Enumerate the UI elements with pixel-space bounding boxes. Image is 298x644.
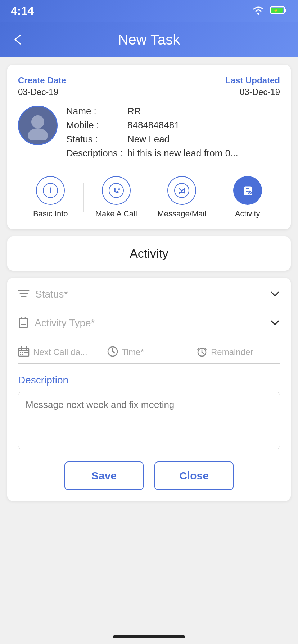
status-icons: ⚡ [252, 5, 287, 16]
remainder-field[interactable]: Remainder [191, 346, 280, 358]
status-label: Status : [66, 134, 127, 145]
make-call-label: Make A Call [95, 209, 137, 218]
activity-label: Activity [235, 209, 260, 218]
home-indicator [113, 635, 185, 638]
last-updated-value: 03-Dec-19 [225, 87, 280, 97]
svg-rect-28 [22, 352, 23, 353]
status-time: 4:14 [11, 4, 34, 18]
main-content: Create Date 03-Dec-19 Last Updated 03-De… [0, 58, 298, 508]
contact-card: Create Date 03-Dec-19 Last Updated 03-De… [7, 65, 291, 229]
make-call-action[interactable]: Make A Call [84, 176, 149, 218]
filter-icon [18, 289, 30, 300]
basic-info-action[interactable]: i Basic Info [18, 176, 83, 218]
svg-rect-31 [20, 354, 21, 355]
name-row: Name : RR [66, 106, 280, 117]
close-button[interactable]: Close [154, 461, 234, 490]
status-field-left: Status* [18, 289, 270, 300]
alarm-icon [197, 346, 207, 358]
activity-type-chevron [270, 317, 280, 329]
create-date-value: 03-Dec-19 [18, 87, 66, 97]
date-time-row: Next Call da... Time* [18, 346, 280, 364]
activity-type-field-left: Activity Type* [18, 316, 270, 330]
last-updated-label: Last Updated [225, 75, 280, 86]
activity-heading-card: Activity [7, 236, 291, 271]
time-placeholder: Time* [122, 347, 144, 357]
create-date-label: Create Date [18, 75, 66, 86]
description-section: Description [18, 374, 280, 461]
avatar [18, 106, 58, 145]
status-placeholder: Status* [35, 289, 68, 300]
svg-line-38 [202, 352, 204, 354]
back-button[interactable] [11, 32, 25, 47]
svg-rect-27 [20, 352, 21, 353]
activity-action[interactable]: Activity [215, 176, 280, 218]
message-mail-icon-circle [167, 176, 196, 205]
svg-text:i: i [49, 185, 52, 195]
next-call-date-field[interactable]: Next Call da... [18, 346, 101, 358]
mobile-label: Mobile : [66, 120, 127, 131]
description-textarea[interactable] [18, 392, 280, 449]
svg-point-9 [109, 183, 123, 198]
descriptions-value: hi this is new lead from 0... [127, 148, 238, 159]
status-row: Status : New Lead [66, 134, 280, 145]
svg-point-6 [28, 128, 48, 140]
activity-type-field[interactable]: Activity Type* [18, 316, 280, 335]
status-bar: 4:14 ⚡ [0, 0, 298, 22]
svg-rect-30 [26, 352, 28, 353]
mobile-value: 8484848481 [127, 120, 180, 131]
wifi-icon [252, 5, 265, 16]
clipboard-icon [18, 316, 29, 330]
status-value: New Lead [127, 134, 170, 145]
remainder-placeholder: Remainder [211, 347, 253, 357]
time-field[interactable]: Time* [101, 346, 191, 358]
page-title: New Task [118, 32, 180, 48]
app-header: New Task [0, 22, 298, 58]
basic-info-icon-circle: i [36, 176, 65, 205]
svg-point-5 [31, 115, 44, 128]
svg-point-0 [257, 13, 259, 15]
status-field[interactable]: Status* [18, 289, 280, 305]
activity-form: Status* Activity Type* [7, 278, 291, 501]
descriptions-label: Descriptions : [66, 148, 127, 159]
svg-line-35 [113, 351, 115, 353]
name-label: Name : [66, 106, 127, 117]
action-icons-row: i Basic Info Make A Call [18, 172, 280, 218]
time-icon [107, 346, 118, 358]
mobile-row: Mobile : 8484848481 [66, 120, 280, 131]
next-call-date-placeholder: Next Call da... [33, 347, 87, 357]
descriptions-row: Descriptions : hi this is new lead from … [66, 148, 280, 159]
save-button[interactable]: Save [64, 461, 144, 490]
last-updated-block: Last Updated 03-Dec-19 [225, 75, 280, 97]
basic-info-label: Basic Info [33, 209, 68, 218]
description-label: Description [18, 374, 280, 386]
message-mail-label: Message/Mail [157, 209, 206, 218]
svg-rect-29 [24, 352, 26, 353]
contact-info-row: Name : RR Mobile : 8484848481 Status : N… [18, 106, 280, 162]
make-call-icon-circle [102, 176, 131, 205]
name-value: RR [127, 106, 141, 117]
svg-rect-19 [19, 318, 27, 328]
status-chevron [270, 289, 280, 300]
svg-rect-2 [285, 9, 286, 12]
date-row: Create Date 03-Dec-19 Last Updated 03-De… [18, 75, 280, 97]
svg-text:⚡: ⚡ [274, 8, 279, 13]
create-date-block: Create Date 03-Dec-19 [18, 75, 66, 97]
calendar-icon [18, 346, 30, 358]
activity-type-placeholder: Activity Type* [35, 317, 95, 329]
activity-icon-circle [233, 176, 262, 205]
svg-rect-32 [22, 354, 23, 355]
activity-heading-text: Activity [130, 247, 168, 260]
battery-icon: ⚡ [270, 5, 287, 16]
form-buttons: Save Close [18, 461, 280, 490]
message-mail-action[interactable]: Message/Mail [149, 176, 215, 218]
contact-details: Name : RR Mobile : 8484848481 Status : N… [66, 106, 280, 162]
